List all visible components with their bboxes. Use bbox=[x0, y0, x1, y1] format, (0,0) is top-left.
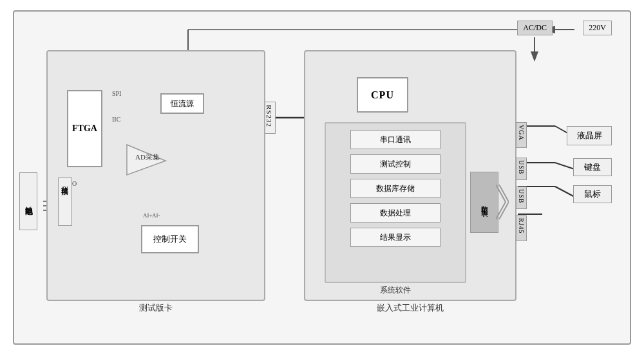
embedded-pc-label: 嵌入式工业计算机 bbox=[377, 302, 444, 314]
svg-line-21 bbox=[555, 163, 574, 169]
system-software-box: 系统软件 串口通讯 测试控制 数据库存储 数据处理 结果显示 数据报表 bbox=[325, 122, 466, 283]
lcd-screen-box: 液晶屏 bbox=[567, 126, 612, 145]
hengliuyuan-block: 恒流源 bbox=[160, 93, 204, 114]
test-board-label: 测试版卡 bbox=[139, 302, 173, 314]
keyboard-box: 键盘 bbox=[573, 158, 612, 176]
control-switch-block: 控制开关 bbox=[141, 225, 199, 253]
contact-resistance-box: 接触电阻 bbox=[19, 172, 37, 230]
ai-minus-label: AI- bbox=[152, 212, 160, 219]
mouse-box: 鼠标 bbox=[573, 185, 612, 203]
vga-port: VGA bbox=[516, 122, 527, 148]
rj45-port: RJ45 bbox=[516, 215, 527, 241]
ftga-block: FTGA bbox=[67, 90, 102, 167]
acdc-box: AC/DC bbox=[517, 21, 553, 35]
ad-svg: AD采集 bbox=[124, 141, 169, 177]
sw-func-result-disp: 结果显示 bbox=[350, 228, 440, 247]
cpu-block: CPU bbox=[357, 77, 408, 113]
spi-label: SPI bbox=[112, 90, 121, 97]
ai-plus-label: AI+ bbox=[143, 212, 153, 219]
voltage-box: 220V bbox=[583, 21, 612, 35]
sw-func-test-ctrl: 测试控制 bbox=[350, 154, 440, 174]
sw-func-serial: 串口通讯 bbox=[350, 130, 440, 149]
sw-func-db-storage: 数据库存储 bbox=[350, 179, 440, 198]
test-interface-box: 测试接口 bbox=[58, 178, 72, 226]
embedded-pc-box: 嵌入式工业计算机 CPU 系统软件 串口通讯 测试控制 数据库存储 数据处理 结… bbox=[304, 50, 516, 301]
usb1-port: USB bbox=[516, 158, 527, 180]
svg-line-23 bbox=[555, 187, 574, 197]
data-report-box: 数据报表 bbox=[470, 172, 498, 233]
iic-label: IIC bbox=[112, 116, 120, 123]
data-report-arrow bbox=[496, 185, 509, 223]
sw-func-data-proc: 数据处理 bbox=[350, 203, 440, 223]
system-software-label: 系统软件 bbox=[380, 285, 411, 296]
ad-triangle: AD采集 bbox=[124, 141, 169, 177]
diagram-container: AC/DC 220V DC DC RS232 RS232 测试版卡 FTGA S… bbox=[13, 10, 631, 345]
svg-text:AD采集: AD采集 bbox=[135, 153, 160, 161]
test-board-box: 测试版卡 FTGA SPI IIC GPIO 恒流源 AD采集 bbox=[46, 50, 265, 301]
usb2-port: USB bbox=[516, 187, 527, 209]
